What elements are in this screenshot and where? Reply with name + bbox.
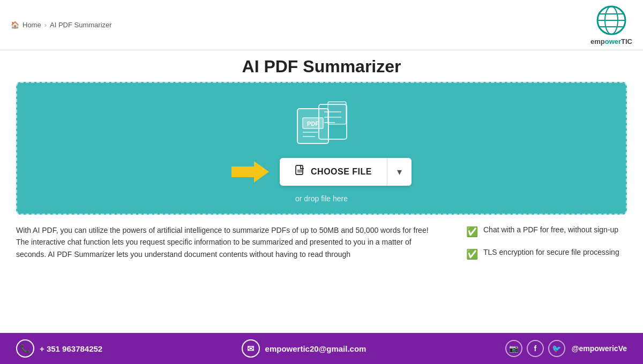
drop-zone-text: or drop file here [295,194,348,203]
choose-file-row: CHOOSE FILE ▾ [231,158,412,186]
info-description: With AI PDF, you can utilize the powers … [16,224,434,260]
phone-number: + 351 963784252 [40,344,102,353]
info-features: ✅ Chat with a PDF for free, without sign… [466,224,627,262]
check-icon-2: ✅ [466,247,478,262]
info-section: With AI PDF, you can utilize the powers … [0,215,643,267]
feature-label-1: Chat with a PDF for free, without sign-u… [483,224,618,236]
choose-file-button[interactable]: CHOOSE FILE [280,158,387,186]
choose-file-label: CHOOSE FILE [311,167,372,177]
feature-label-2: TLS encryption for secure file processin… [483,247,619,258]
upload-section[interactable]: PDF CHOOSE FILE [16,82,627,215]
facebook-icon[interactable]: f [527,340,544,357]
logo-text: empowerTIC [590,37,632,46]
choose-file-button-group[interactable]: CHOOSE FILE ▾ [280,158,412,186]
top-nav: 🏠 Home › AI PDF Summarizer empowerTIC [0,0,643,50]
social-handle: @empowericVe [572,344,627,353]
logo-globe-icon [595,4,627,36]
logo: empowerTIC [590,4,632,46]
breadcrumb: 🏠 Home › AI PDF Summarizer [11,21,112,29]
arrow-right-icon [231,160,269,184]
home-icon: 🏠 [11,21,19,29]
email-address: empowertic20@gmail.com [265,344,367,353]
svg-text:PDF: PDF [307,120,319,127]
feature-item-1: ✅ Chat with a PDF for free, without sign… [466,224,627,239]
page-title: AI PDF Summarizer [0,57,643,77]
twitter-icon[interactable]: 🐦 [548,340,565,357]
email-icon: ✉ [242,339,260,358]
svg-rect-14 [328,102,346,124]
check-icon-1: ✅ [466,225,478,239]
breadcrumb-home[interactable]: Home [23,21,41,29]
phone-icon: 📞 [16,339,34,358]
page-title-area: AI PDF Summarizer [0,50,643,82]
footer: 📞 + 351 963784252 ✉ empowertic20@gmail.c… [0,333,643,364]
pdf-icons: PDF [289,99,354,147]
pdf-illustration-icon: PDF [289,99,354,147]
instagram-icon[interactable]: 📷 [505,340,522,357]
footer-phone[interactable]: 📞 + 351 963784252 [16,339,102,358]
svg-marker-15 [231,161,269,183]
footer-social: 📷 f 🐦 @empowericVe [505,340,627,357]
footer-email[interactable]: ✉ empowertic20@gmail.com [242,339,367,358]
chevron-down-icon: ▾ [397,166,402,178]
file-icon [295,165,305,179]
breadcrumb-current: AI PDF Summarizer [50,21,112,29]
choose-file-dropdown-button[interactable]: ▾ [387,158,412,186]
feature-item-2: ✅ TLS encryption for secure file process… [466,247,627,262]
breadcrumb-sep: › [44,21,47,29]
